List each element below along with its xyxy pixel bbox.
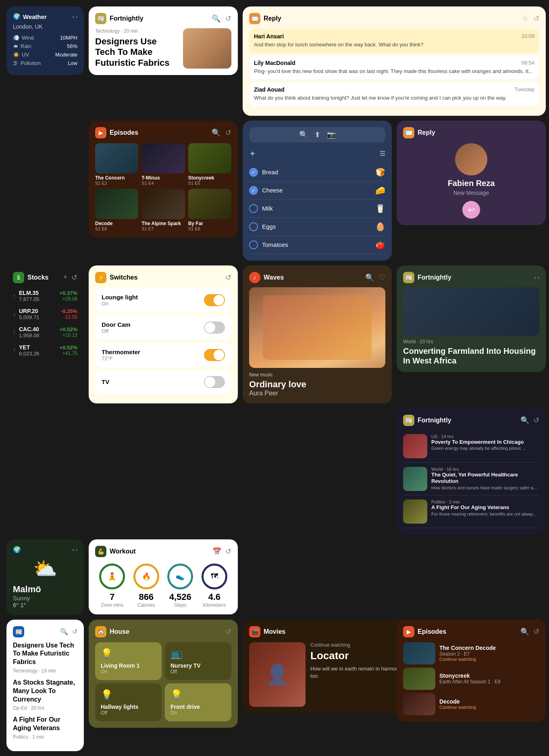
room-hallway[interactable]: 💡 Hallway lights Off bbox=[95, 683, 162, 721]
switch-doorcam[interactable]: Door Cam Off bbox=[95, 315, 231, 340]
grocery-item-2[interactable]: Milk 🥛 bbox=[249, 200, 385, 218]
stock-0[interactable]: ↑ ELM.35 7,877.05 +0.37% +29.06 bbox=[13, 290, 77, 302]
fortnightly2-back[interactable]: ‹ bbox=[534, 274, 536, 280]
episodes2-search-icon[interactable]: 🔍 bbox=[520, 627, 529, 636]
show-tminus[interactable]: T-Minus S1 E4 bbox=[141, 143, 185, 186]
switch-tv-toggle[interactable] bbox=[204, 376, 225, 388]
news-item-1[interactable]: World · 16 hrs The Quiet, Yet Powerful H… bbox=[403, 463, 539, 495]
reply-refresh-icon[interactable]: ↺ bbox=[533, 14, 539, 23]
ep-sub-0: Season 2 · E7 bbox=[439, 651, 496, 657]
weather3-city: Malmö bbox=[13, 584, 77, 595]
weather3-icon: 🌍 bbox=[13, 546, 21, 553]
stock-3[interactable]: ↑ YET 8,023.26 +0.52% +41.75 bbox=[13, 344, 77, 357]
fortnightly3-refresh-icon[interactable]: ↺ bbox=[533, 416, 539, 425]
weather-back[interactable]: ‹ bbox=[72, 14, 74, 20]
reply-icon: ✉️ bbox=[249, 13, 260, 24]
ep-thumb-2 bbox=[403, 693, 435, 715]
workout-stat-1: 🔥 866 Calories bbox=[133, 564, 159, 608]
grocery-filter-icon[interactable]: ✦ bbox=[249, 149, 256, 159]
contact-msg-label: New Message bbox=[403, 190, 539, 196]
ep-item-2[interactable]: Decode Continue watching bbox=[403, 693, 539, 715]
workout-refresh-icon[interactable]: ↺ bbox=[225, 547, 231, 556]
episodes2-refresh-icon[interactable]: ↺ bbox=[533, 627, 539, 636]
grocery-check-4[interactable] bbox=[249, 240, 258, 249]
grocery-list-icon[interactable]: ☰ bbox=[380, 150, 385, 157]
episodes-search-icon[interactable]: 🔍 bbox=[212, 128, 220, 137]
news-item-2[interactable]: Politics · 2 min A Fight For Our Aging V… bbox=[403, 495, 539, 528]
grocery-check-1[interactable]: ✓ bbox=[249, 186, 258, 195]
grocery-check-2[interactable] bbox=[249, 204, 258, 213]
switch-lounge[interactable]: Lounge light On bbox=[95, 288, 231, 312]
show-alpine[interactable]: The Alpine Spark S1 E7 bbox=[141, 189, 185, 231]
grocery-upload-icon[interactable]: ⬆ bbox=[314, 130, 320, 139]
weather-icon: 🌍 bbox=[13, 13, 21, 20]
stocks-add-icon[interactable]: + bbox=[63, 273, 67, 282]
news-article-0[interactable]: Designers Use Tech To Make Futuristic Fa… bbox=[13, 641, 77, 674]
ns-cat-1: Op-Ed · 20 hrs bbox=[13, 705, 77, 711]
switch-doorcam-toggle[interactable] bbox=[204, 322, 225, 334]
news-article-2[interactable]: A Fight For Our Aging Veterans Politics … bbox=[13, 716, 77, 740]
grocery-camera-icon[interactable]: 📷 bbox=[327, 130, 336, 139]
weather3-back[interactable]: ‹ bbox=[72, 547, 74, 553]
reply-star-icon[interactable]: ☆ bbox=[522, 14, 528, 23]
waves-search-icon[interactable]: 🔍 bbox=[365, 273, 374, 282]
stock-pct-1: -0.25% bbox=[61, 308, 77, 314]
switches-refresh-icon[interactable]: ↺ bbox=[225, 273, 231, 282]
ep-item-1[interactable]: Stonycreek Earth After All Season 1 · E9 bbox=[403, 668, 539, 690]
message-item-0[interactable]: Hari Ansari 10:09 And then stop for lunc… bbox=[249, 29, 539, 52]
stock-dir-2: ↑ bbox=[13, 329, 16, 335]
grocery-item-3[interactable]: Eggs 🥚 bbox=[249, 218, 385, 236]
grocery-check-3[interactable] bbox=[249, 222, 258, 231]
news-refresh-icon[interactable]: ↺ bbox=[72, 628, 77, 635]
fortnightly3-search-icon[interactable]: 🔍 bbox=[520, 416, 529, 425]
living-room-icon: 💡 bbox=[101, 648, 156, 659]
room-nursery[interactable]: 📺 Nursery TV Off bbox=[165, 642, 231, 680]
switch-thermo-toggle[interactable] bbox=[204, 349, 225, 361]
message-item-2[interactable]: Ziad Aouad Tuesday What do you think abo… bbox=[249, 82, 539, 106]
show-stonya[interactable]: Stonycreek S1 E5 bbox=[188, 143, 231, 186]
fortnightly-search-icon[interactable]: 🔍 bbox=[212, 14, 220, 23]
grocery-item-4[interactable]: Tomatoes 🍅 bbox=[249, 236, 385, 254]
grocery-search-icon[interactable]: 🔍 bbox=[299, 130, 308, 139]
movie-poster: 👤 bbox=[249, 642, 306, 707]
news-item-0[interactable]: US · 14 hrs Poverty To Empowerment In Ch… bbox=[403, 430, 539, 463]
workout-label-0: Zone mins bbox=[99, 602, 125, 608]
grocery-item-1[interactable]: ✓ Cheese 🧀 bbox=[249, 182, 385, 200]
message-item-1[interactable]: Lily MacDonald 08:54 Ping- you'd love th… bbox=[249, 56, 539, 79]
switch-thermo[interactable]: Thermometer 72°F bbox=[95, 343, 231, 367]
weather-forward[interactable]: › bbox=[76, 14, 77, 20]
nursery-name: Nursery TV bbox=[171, 662, 226, 669]
fortnightly2-image bbox=[403, 287, 539, 336]
news-search-icon[interactable]: 🔍 bbox=[60, 628, 68, 635]
waves-heart-icon[interactable]: ♡ bbox=[379, 273, 385, 282]
news-thumb-0 bbox=[403, 434, 427, 458]
stock-2[interactable]: ↑ CAC.40 1,958.08 +0.52% +10.13 bbox=[13, 326, 77, 338]
news-desc-1: How doctors and nurses have made surgery… bbox=[431, 485, 539, 491]
fortnightly2-forward[interactable]: › bbox=[538, 274, 539, 280]
reply-button[interactable]: ↩ bbox=[462, 201, 480, 219]
room-living[interactable]: 💡 Living Room 1 On bbox=[95, 642, 162, 680]
stock-1[interactable]: ↓ URP.20 5,009.71 -0.25% -12.50 bbox=[13, 308, 77, 320]
room-frontdrive[interactable]: 💡 Front drive On bbox=[165, 683, 231, 721]
news-article-1[interactable]: As Stocks Stagnate, Many Look To Currenc… bbox=[13, 679, 77, 711]
grocery-check-0[interactable]: ✓ bbox=[249, 168, 258, 177]
show-byfar[interactable]: By Far S1 E8 bbox=[188, 189, 231, 231]
house-refresh-icon[interactable]: ↺ bbox=[225, 627, 231, 636]
episodes-refresh-icon[interactable]: ↺ bbox=[225, 128, 231, 137]
weather-nav[interactable]: ‹ › bbox=[72, 14, 77, 20]
show-concern[interactable]: The Concern S1 E2 bbox=[95, 143, 138, 186]
workout-calendar-icon[interactable]: 📅 bbox=[212, 547, 221, 556]
frontdrive-name: Front drive bbox=[171, 704, 226, 710]
ep-item-0[interactable]: The Concern Decode Season 2 · E7 Continu… bbox=[403, 642, 539, 664]
show-decode[interactable]: Decode S1 E6 bbox=[95, 189, 138, 231]
switches-title: Switches bbox=[110, 274, 222, 281]
movies-icon: 🎬 bbox=[249, 626, 260, 637]
fortnightly-refresh-icon[interactable]: ↺ bbox=[225, 14, 231, 23]
grocery-item-0[interactable]: ✓ Bread 🍞 bbox=[249, 163, 385, 182]
switch-lounge-toggle[interactable] bbox=[204, 294, 225, 306]
stocks-refresh-icon[interactable]: ↺ bbox=[71, 273, 77, 282]
weather3-condition: Sunny bbox=[13, 595, 77, 601]
weather3-forward[interactable]: › bbox=[76, 547, 77, 553]
switch-tv[interactable]: TV bbox=[95, 370, 231, 394]
wind-icon: 💨 bbox=[13, 35, 19, 41]
